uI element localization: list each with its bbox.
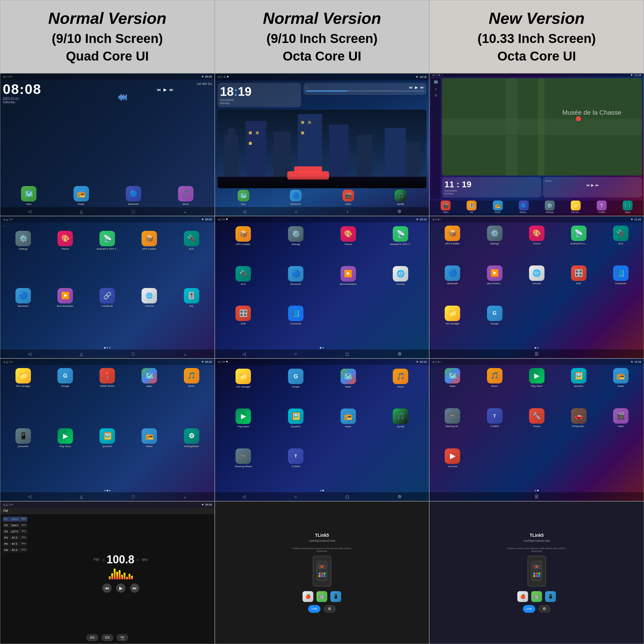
nav-b-r3c1[interactable]: ◁ — [28, 494, 31, 499]
nav-b-r2c1[interactable]: ◁ — [28, 351, 31, 356]
fm-preset-p4[interactable]: P4 87.5 MHz — [3, 535, 28, 540]
nav-h-r3c1[interactable]: △ — [80, 494, 83, 499]
app-google[interactable]: GGoogle — [45, 368, 85, 426]
app-quickpic-c2[interactable]: 🖼️QuickPic — [271, 409, 320, 445]
back-icon-n[interactable]: ◁ — [432, 74, 434, 77]
app-spotify-o[interactable]: 🎵 Spotify — [375, 190, 426, 205]
home-icon-o[interactable]: □ — [221, 75, 222, 78]
sidebar-nav-icon[interactable]: 🗺️ — [434, 80, 438, 84]
media-prev[interactable]: ⏮ — [409, 85, 413, 90]
bicon-apps[interactable]: ⋮⋮ Apps — [623, 201, 633, 213]
app-settings[interactable]: ⚙️Settings — [3, 231, 43, 286]
btn-as[interactable]: AS — [86, 634, 98, 641]
prev-btn[interactable]: ⏮ — [157, 87, 161, 92]
back-fm[interactable]: ◁ — [3, 503, 5, 506]
app-boot-c2[interactable]: ▶️Boot Animation — [324, 266, 373, 303]
app-navi-o[interactable]: 🗺️ Navi — [218, 190, 269, 205]
nav-b-r2c3[interactable]: ☰ — [535, 351, 539, 356]
home-r3c1[interactable]: △ — [6, 360, 8, 363]
app-gps-c3[interactable]: 📡AndroidTS G... — [559, 226, 599, 263]
app-apk[interactable]: 📦APK Installer — [129, 231, 169, 286]
play-btn[interactable]: ▶ — [163, 87, 167, 92]
app-filemgr-c2[interactable]: 📁File manager — [219, 369, 268, 405]
home-icon-n[interactable]: □ — [435, 74, 437, 77]
app-video-c3r3[interactable]: 🎬Video — [601, 408, 641, 446]
app-chrome-c3[interactable]: 🌐Chrome — [517, 265, 557, 303]
app-aux-c3[interactable]: 🔌AUX — [601, 226, 641, 263]
app-spotify-c2r3[interactable]: 🎵Spotify — [376, 409, 426, 445]
fm-preset-p6[interactable]: P6 87.5 MHz — [3, 548, 28, 553]
nav-r-r2c1[interactable]: □ — [132, 351, 134, 356]
app-google-c2[interactable]: GGoogle — [271, 369, 320, 405]
menu-r3c2[interactable]: ≡ — [223, 360, 225, 363]
fm-play-btn[interactable]: ▶ — [116, 583, 125, 593]
tlink-android-btn[interactable]: 🤖 — [316, 591, 327, 602]
fm-preset-p1[interactable]: P1 100.8 MHz — [3, 517, 28, 522]
fm-preset-p2[interactable]: P2 104.0 MHz — [3, 523, 28, 528]
app-dsp-c3[interactable]: 🎛️DSP — [559, 265, 599, 303]
fm-right-arrow[interactable]: ▷ — [137, 558, 139, 561]
fm-left-arrow[interactable]: ◁ — [102, 558, 104, 561]
app-tlink-c3r3[interactable]: TTLINK5 — [475, 408, 514, 446]
app-filemgr[interactable]: 📁File manager — [3, 368, 43, 426]
app-aux[interactable]: 🔌AUX — [172, 231, 211, 286]
btn-dx[interactable]: DX — [101, 634, 113, 641]
app-playstore[interactable]: ▶Play Store — [45, 428, 85, 486]
app-torque-c3r3[interactable]: 🔧Torque — [517, 408, 557, 446]
tlink-phone-btn[interactable]: 📱 — [330, 591, 341, 602]
media-next[interactable]: ⏭ — [420, 85, 424, 90]
fm-next-btn[interactable]: ⏭ — [130, 583, 139, 593]
nav-down[interactable]: ⌄ — [183, 209, 187, 214]
nav-r-r3c1[interactable]: □ — [132, 494, 134, 499]
app-settings-c2[interactable]: ⚙️Settings — [271, 226, 320, 263]
bicon-video[interactable]: 🎬 Video — [441, 201, 451, 213]
app-carbit[interactable]: 🔗CarbitLink — [87, 288, 127, 343]
bicon-bluetooth[interactable]: 🔵 Blueto... — [519, 201, 529, 213]
app-files-c3[interactable]: 📁File manager — [433, 306, 472, 343]
app-aux-c2[interactable]: 🔌AUX — [219, 266, 268, 303]
next-btn[interactable]: ⏭ — [169, 87, 174, 92]
home-r2c1[interactable]: △ — [6, 218, 8, 221]
app-google-c3[interactable]: GGoogle — [475, 306, 514, 343]
app-gps[interactable]: 📡AndroidTS GPS T... — [87, 231, 127, 286]
nav-home-o[interactable]: ○ — [295, 209, 297, 214]
app-chrome[interactable]: 🌐Chrome — [129, 288, 169, 343]
back-r3c2[interactable]: ◁ — [218, 360, 220, 363]
menu-icon-n[interactable]: ≡ — [439, 74, 440, 77]
nav-home[interactable]: △ — [80, 209, 83, 214]
tlink-btn-settings-c3[interactable]: ⚙ — [538, 605, 551, 613]
app-playstore-c3r3[interactable]: ▶Play Store — [517, 368, 557, 406]
nav-h-r2c1[interactable]: △ — [80, 351, 83, 356]
app-eq[interactable]: 🎚️EQ — [172, 288, 211, 343]
app-radio-c2[interactable]: 📻Radio — [324, 409, 373, 445]
app-boot-c3[interactable]: ▶️Boot Anima... — [475, 265, 514, 303]
tlink-btn-usb-c3[interactable]: USB — [523, 605, 535, 613]
bicon-tlink[interactable]: T TLINK5 — [597, 201, 607, 213]
rect-r2c1[interactable]: □ — [9, 218, 11, 221]
app-navi[interactable]: 🗺️ Navi — [3, 186, 54, 205]
app-radio-c3r3[interactable]: 📻Radio — [601, 368, 641, 406]
app-fb-c3[interactable]: 📘Facebook — [601, 265, 641, 303]
nav-r-r3c2[interactable]: ◻ — [345, 494, 349, 499]
app-maps[interactable]: 🗺️Maps — [129, 368, 169, 426]
tlink-android-btn-c3[interactable]: 🤖 — [531, 591, 542, 602]
back-r3c1[interactable]: ◁ — [3, 360, 5, 363]
app-youtube[interactable]: ▶YouTube — [433, 448, 472, 486]
back-r2c2[interactable]: ◁ — [218, 218, 220, 221]
sidebar-eq-icon[interactable]: ≡ — [435, 93, 437, 98]
app-chrome-c2[interactable]: 🌐Chrome — [376, 266, 426, 303]
home-icon[interactable]: ○ — [6, 75, 7, 78]
nav-b-r3c3[interactable]: ☰ — [535, 494, 539, 499]
app-music-c3r3[interactable]: 🎵Music — [475, 368, 514, 406]
bicon-settings[interactable]: ⚙️ Settings — [545, 201, 555, 213]
back-icon-o[interactable]: ◁ — [218, 75, 220, 78]
back-icon[interactable]: ◁ — [3, 75, 5, 78]
home-r2c3[interactable]: □ — [435, 218, 437, 221]
app-maps-c2[interactable]: 🗺️Maps — [324, 369, 373, 405]
new-next[interactable]: ⏭ — [595, 183, 599, 187]
menu-r2c3[interactable]: ≡ — [438, 218, 439, 221]
app-quickpic-c3r3[interactable]: 🖼️QuickPic — [559, 368, 599, 406]
nav-music-o[interactable]: ♪ — [346, 209, 349, 214]
tlink-carplay-btn-c3[interactable]: 🍎 — [517, 591, 528, 602]
home-r3c3[interactable]: □ — [435, 360, 437, 363]
